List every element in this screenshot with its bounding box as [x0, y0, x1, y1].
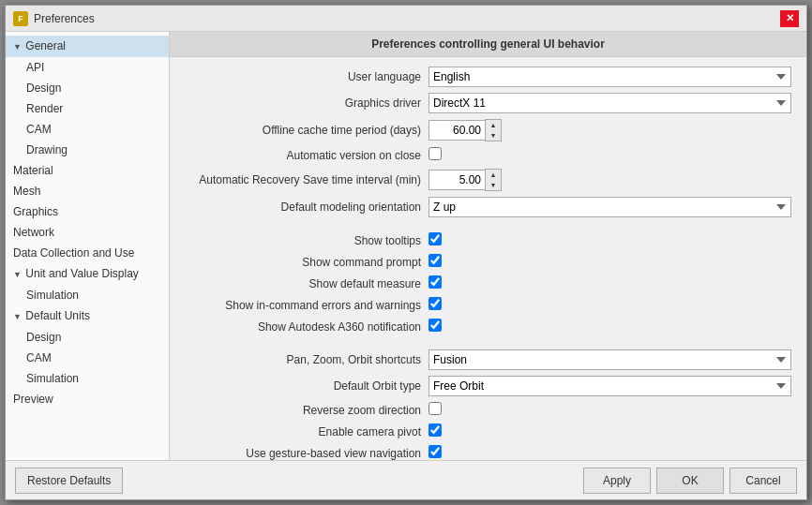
show-autodesk-control [429, 319, 791, 334]
sidebar-item-default-units[interactable]: ▼ Default Units [6, 305, 169, 327]
offline-cache-spinbox-btns: ▲ ▼ [485, 119, 502, 141]
show-tooltips-label: Show tooltips [185, 234, 429, 247]
use-gesture-checkbox[interactable] [429, 445, 442, 458]
default-orbit-label: Default Orbit type [185, 379, 429, 393]
arrow-unit-value: ▼ [13, 266, 23, 283]
panel-header: Preferences controlling general UI behav… [170, 32, 806, 57]
sidebar-item-simulation-uv[interactable]: Simulation [6, 285, 169, 305]
show-default-measure-checkbox[interactable] [429, 275, 442, 289]
show-default-measure-control [429, 275, 791, 291]
show-autodesk-checkbox[interactable] [429, 319, 442, 332]
user-language-row: User language English German French [185, 67, 791, 87]
default-modeling-select[interactable]: Z up Y up [429, 197, 791, 217]
reverse-zoom-control [429, 402, 791, 418]
pan-zoom-row: Pan, Zoom, Orbit shortcuts Fusion SolidW… [185, 349, 791, 370]
show-command-prompt-row: Show command prompt [185, 254, 791, 270]
show-default-measure-label: Show default measure [185, 277, 429, 290]
default-orbit-select[interactable]: Free Orbit Constrained Orbit [429, 376, 791, 396]
graphics-driver-row: Graphics driver DirectX 11 DirectX 9 Ope… [185, 93, 791, 113]
show-tooltips-control [429, 232, 791, 248]
auto-version-label: Automatic version on close [185, 149, 429, 162]
default-modeling-label: Default modeling orientation [185, 201, 429, 214]
enable-camera-row: Enable camera pivot [185, 423, 791, 439]
sidebar-item-design[interactable]: Design [6, 78, 169, 98]
apply-button[interactable]: Apply [583, 468, 651, 494]
sidebar-item-preview[interactable]: Preview [6, 389, 169, 409]
title-bar: F Preferences ✕ [6, 6, 806, 32]
auto-version-checkbox[interactable] [429, 147, 442, 160]
auto-recovery-label: Automatic Recovery Save time interval (m… [185, 173, 429, 186]
footer-left: Restore Defaults [15, 468, 123, 494]
preferences-dialog: F Preferences ✕ ▼ General API Design Ren… [5, 5, 807, 500]
show-command-prompt-checkbox[interactable] [429, 254, 442, 267]
sidebar-item-network[interactable]: Network [6, 222, 169, 243]
auto-recovery-input[interactable] [429, 170, 485, 190]
show-tooltips-checkbox[interactable] [429, 232, 442, 245]
sidebar-item-general[interactable]: ▼ General [6, 36, 169, 57]
close-button[interactable]: ✕ [780, 10, 799, 27]
sidebar-item-simulation-du[interactable]: Simulation [6, 368, 169, 389]
reverse-zoom-checkbox[interactable] [429, 402, 442, 415]
sidebar-item-data-collection[interactable]: Data Collection and Use [6, 243, 169, 263]
enable-camera-control [429, 423, 791, 439]
show-command-prompt-control [429, 254, 791, 270]
show-incommand-errors-row: Show in-command errors and warnings [185, 297, 791, 313]
show-incommand-errors-label: Show in-command errors and warnings [185, 299, 429, 312]
show-incommand-errors-control [429, 297, 791, 313]
right-panel: Preferences controlling general UI behav… [170, 32, 806, 460]
offline-cache-input[interactable] [429, 120, 485, 141]
window-title: Preferences [34, 12, 95, 25]
cancel-button[interactable]: Cancel [729, 468, 797, 494]
sidebar-item-mesh[interactable]: Mesh [6, 181, 169, 201]
graphics-driver-select[interactable]: DirectX 11 DirectX 9 OpenGL [429, 93, 791, 113]
user-language-select[interactable]: English German French [429, 67, 791, 87]
show-autodesk-row: Show Autodesk A360 notification [185, 319, 791, 334]
sidebar-item-material[interactable]: Material [6, 160, 169, 181]
auto-recovery-up-btn[interactable]: ▲ [486, 170, 501, 180]
offline-cache-down-btn[interactable]: ▼ [486, 130, 501, 141]
sidebar-item-render[interactable]: Render [6, 98, 169, 119]
app-icon: F [13, 11, 28, 26]
offline-cache-control: ▲ ▼ [429, 119, 791, 141]
user-language-label: User language [185, 70, 429, 83]
sidebar-item-drawing[interactable]: Drawing [6, 140, 169, 160]
sidebar-item-cam-du[interactable]: CAM [6, 348, 169, 368]
pan-zoom-label: Pan, Zoom, Orbit shortcuts [185, 353, 429, 366]
sidebar-item-unit-value[interactable]: ▼ Unit and Value Display [6, 263, 169, 285]
offline-cache-up-btn[interactable]: ▲ [486, 120, 501, 130]
auto-recovery-spinbox: ▲ ▼ [429, 169, 504, 191]
default-orbit-row: Default Orbit type Free Orbit Constraine… [185, 376, 791, 396]
pan-zoom-select[interactable]: Fusion SolidWorks Alias [429, 349, 791, 370]
sidebar-item-api[interactable]: API [6, 57, 169, 78]
ok-button[interactable]: OK [656, 468, 724, 494]
graphics-driver-label: Graphics driver [185, 97, 429, 110]
footer-right: Apply OK Cancel [583, 468, 797, 494]
sidebar-item-design-du[interactable]: Design [6, 327, 169, 348]
main-content: ▼ General API Design Render CAM Drawing … [6, 32, 806, 460]
restore-defaults-button[interactable]: Restore Defaults [15, 468, 123, 494]
show-incommand-errors-checkbox[interactable] [429, 297, 442, 310]
default-orbit-control: Free Orbit Constrained Orbit [429, 376, 791, 396]
spacer-1 [185, 223, 791, 232]
spacer-2 [185, 340, 791, 349]
sidebar-item-graphics[interactable]: Graphics [6, 201, 169, 222]
graphics-driver-control: DirectX 11 DirectX 9 OpenGL [429, 93, 791, 113]
enable-camera-label: Enable camera pivot [185, 425, 429, 438]
reverse-zoom-row: Reverse zoom direction [185, 402, 791, 418]
show-command-prompt-label: Show command prompt [185, 256, 429, 269]
sidebar-item-cam[interactable]: CAM [6, 119, 169, 140]
enable-camera-checkbox[interactable] [429, 423, 442, 437]
offline-cache-spinbox: ▲ ▼ [429, 119, 504, 141]
auto-recovery-control: ▲ ▼ [429, 169, 791, 191]
show-tooltips-row: Show tooltips [185, 232, 791, 248]
auto-recovery-down-btn[interactable]: ▼ [486, 180, 501, 190]
default-modeling-row: Default modeling orientation Z up Y up [185, 197, 791, 217]
default-modeling-control: Z up Y up [429, 197, 791, 217]
dialog-footer: Restore Defaults Apply OK Cancel [6, 460, 806, 499]
show-default-measure-row: Show default measure [185, 275, 791, 291]
offline-cache-row: Offline cache time period (days) ▲ ▼ [185, 119, 791, 141]
title-bar-left: F Preferences [13, 11, 95, 26]
show-autodesk-label: Show Autodesk A360 notification [185, 320, 429, 334]
user-language-control: English German French [429, 67, 791, 87]
use-gesture-label: Use gesture-based view navigation [185, 447, 429, 460]
